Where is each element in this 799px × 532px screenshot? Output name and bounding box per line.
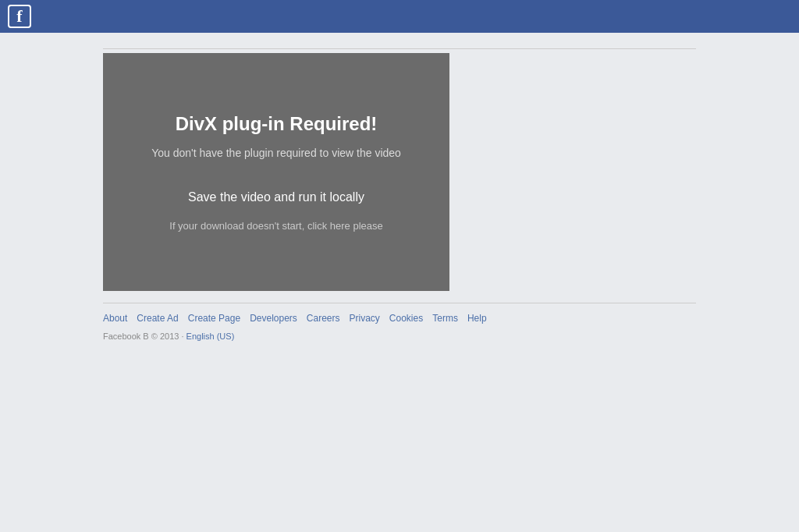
footer-link-about[interactable]: About — [103, 313, 127, 324]
divx-download-link[interactable]: If your download doesn't start, click he… — [169, 220, 382, 232]
divx-required-title: DivX plug-in Required! — [176, 113, 378, 135]
footer-link-privacy[interactable]: Privacy — [350, 313, 380, 324]
footer-link-cookies[interactable]: Cookies — [389, 313, 423, 324]
main-content: DivX plug-in Required! You don't have th… — [103, 33, 696, 341]
top-divider — [103, 48, 696, 49]
footer-link-create-ad[interactable]: Create Ad — [137, 313, 178, 324]
language-selector-link[interactable]: English (US) — [186, 332, 235, 341]
divx-subtitle: You don't have the plugin required to vi… — [151, 147, 401, 159]
copyright-text: Facebook B © 2013 · — [103, 332, 186, 341]
footer-copyright: Facebook B © 2013 · English (US) — [103, 332, 696, 341]
footer-link-help[interactable]: Help — [467, 313, 487, 324]
footer-link-developers[interactable]: Developers — [250, 313, 297, 324]
video-player: DivX plug-in Required! You don't have th… — [103, 53, 449, 291]
footer-link-terms[interactable]: Terms — [432, 313, 458, 324]
footer-link-create-page[interactable]: Create Page — [188, 313, 240, 324]
facebook-logo-icon[interactable]: f — [8, 5, 31, 28]
bottom-divider — [103, 303, 696, 303]
footer-links: AboutCreate AdCreate PageDevelopersCaree… — [103, 313, 696, 324]
divx-save-text: Save the video and run it locally — [188, 190, 364, 204]
footer-link-careers[interactable]: Careers — [307, 313, 340, 324]
top-navigation-bar: f — [0, 0, 799, 33]
video-wrapper: DivX plug-in Required! You don't have th… — [103, 53, 696, 291]
